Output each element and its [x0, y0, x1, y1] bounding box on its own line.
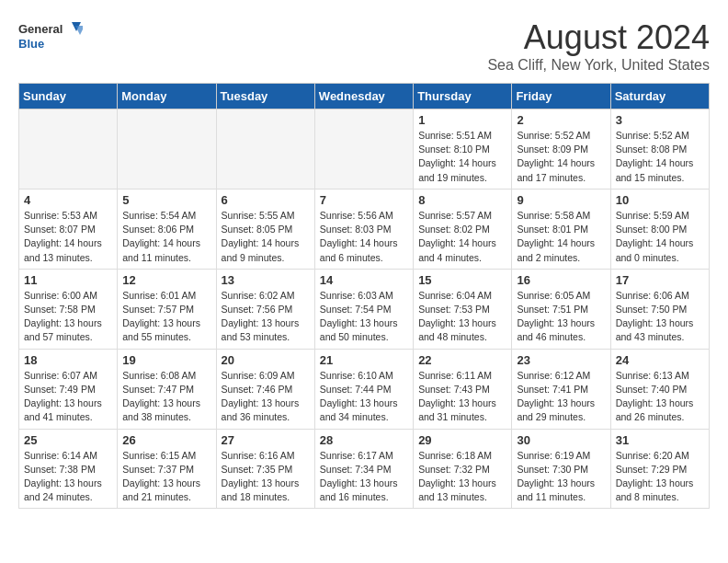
calendar-cell: 15Sunrise: 6:04 AMSunset: 7:53 PMDayligh… — [414, 269, 512, 349]
calendar-cell: 9Sunrise: 5:58 AMSunset: 8:01 PMDaylight… — [512, 189, 610, 269]
day-number: 21 — [320, 353, 408, 367]
svg-text:Blue: Blue — [18, 37, 44, 51]
week-row-2: 4Sunrise: 5:53 AMSunset: 8:07 PMDaylight… — [19, 189, 710, 269]
calendar-cell: 19Sunrise: 6:08 AMSunset: 7:47 PMDayligh… — [118, 349, 216, 429]
calendar-cell: 1Sunrise: 5:51 AMSunset: 8:10 PMDaylight… — [414, 109, 512, 190]
logo: General Blue — [18, 18, 83, 55]
day-number: 7 — [320, 193, 408, 207]
calendar-cell: 10Sunrise: 5:59 AMSunset: 8:00 PMDayligh… — [610, 189, 709, 269]
day-info: Sunrise: 5:59 AMSunset: 8:00 PMDaylight:… — [616, 209, 704, 265]
calendar-cell: 18Sunrise: 6:07 AMSunset: 7:49 PMDayligh… — [19, 349, 118, 429]
day-number: 20 — [222, 353, 310, 367]
calendar-cell: 28Sunrise: 6:17 AMSunset: 7:34 PMDayligh… — [314, 429, 413, 509]
day-number: 26 — [122, 433, 210, 447]
day-info: Sunrise: 6:06 AMSunset: 7:50 PMDaylight:… — [616, 289, 704, 345]
day-info: Sunrise: 5:52 AMSunset: 8:09 PMDaylight:… — [517, 129, 605, 185]
day-info: Sunrise: 6:18 AMSunset: 7:32 PMDaylight:… — [418, 449, 506, 505]
day-number: 31 — [616, 433, 704, 447]
day-number: 24 — [616, 353, 704, 367]
calendar-cell: 4Sunrise: 5:53 AMSunset: 8:07 PMDaylight… — [19, 189, 118, 269]
calendar-cell: 3Sunrise: 5:52 AMSunset: 8:08 PMDaylight… — [610, 109, 709, 190]
day-info: Sunrise: 6:01 AMSunset: 7:57 PMDaylight:… — [122, 289, 210, 345]
day-info: Sunrise: 6:10 AMSunset: 7:44 PMDaylight:… — [320, 369, 408, 425]
calendar-cell: 24Sunrise: 6:13 AMSunset: 7:40 PMDayligh… — [610, 349, 709, 429]
day-number: 12 — [122, 273, 210, 287]
calendar-cell: 13Sunrise: 6:02 AMSunset: 7:56 PMDayligh… — [216, 269, 314, 349]
day-number: 13 — [222, 273, 310, 287]
header-saturday: Saturday — [610, 84, 709, 109]
page-title: August 2024 — [487, 18, 710, 57]
calendar-table: SundayMondayTuesdayWednesdayThursdayFrid… — [18, 83, 710, 509]
header-monday: Monday — [118, 84, 216, 109]
day-number: 4 — [24, 193, 112, 207]
day-info: Sunrise: 6:12 AMSunset: 7:41 PMDaylight:… — [517, 369, 605, 425]
logo-svg: General Blue — [18, 18, 83, 55]
day-info: Sunrise: 5:53 AMSunset: 8:07 PMDaylight:… — [24, 209, 112, 265]
header-tuesday: Tuesday — [216, 84, 314, 109]
day-number: 22 — [418, 353, 506, 367]
day-number: 10 — [616, 193, 704, 207]
day-number: 27 — [222, 433, 310, 447]
day-number: 16 — [517, 273, 605, 287]
page-header: General Blue August 2024 Sea Cliff, New … — [18, 18, 710, 74]
day-info: Sunrise: 6:04 AMSunset: 7:53 PMDaylight:… — [418, 289, 506, 345]
calendar-cell: 31Sunrise: 6:20 AMSunset: 7:29 PMDayligh… — [610, 429, 709, 509]
day-number: 6 — [222, 193, 310, 207]
day-number: 14 — [320, 273, 408, 287]
calendar-cell: 23Sunrise: 6:12 AMSunset: 7:41 PMDayligh… — [512, 349, 610, 429]
day-info: Sunrise: 5:57 AMSunset: 8:02 PMDaylight:… — [418, 209, 506, 265]
day-info: Sunrise: 6:03 AMSunset: 7:54 PMDaylight:… — [320, 289, 408, 345]
calendar-cell — [19, 109, 118, 190]
calendar-cell: 8Sunrise: 5:57 AMSunset: 8:02 PMDaylight… — [414, 189, 512, 269]
day-info: Sunrise: 5:51 AMSunset: 8:10 PMDaylight:… — [418, 129, 506, 185]
day-number: 1 — [418, 113, 506, 127]
day-number: 30 — [517, 433, 605, 447]
header-thursday: Thursday — [414, 84, 512, 109]
day-info: Sunrise: 5:56 AMSunset: 8:03 PMDaylight:… — [320, 209, 408, 265]
day-info: Sunrise: 6:17 AMSunset: 7:34 PMDaylight:… — [320, 449, 408, 505]
calendar-cell: 5Sunrise: 5:54 AMSunset: 8:06 PMDaylight… — [118, 189, 216, 269]
week-row-3: 11Sunrise: 6:00 AMSunset: 7:58 PMDayligh… — [19, 269, 710, 349]
day-number: 19 — [122, 353, 210, 367]
day-number: 9 — [517, 193, 605, 207]
day-info: Sunrise: 6:14 AMSunset: 7:38 PMDaylight:… — [24, 449, 112, 505]
title-area: August 2024 Sea Cliff, New York, United … — [487, 18, 710, 74]
day-number: 23 — [517, 353, 605, 367]
day-info: Sunrise: 6:15 AMSunset: 7:37 PMDaylight:… — [122, 449, 210, 505]
calendar-cell: 22Sunrise: 6:11 AMSunset: 7:43 PMDayligh… — [414, 349, 512, 429]
page-subtitle: Sea Cliff, New York, United States — [487, 57, 710, 74]
day-info: Sunrise: 5:58 AMSunset: 8:01 PMDaylight:… — [517, 209, 605, 265]
day-info: Sunrise: 6:08 AMSunset: 7:47 PMDaylight:… — [122, 369, 210, 425]
calendar-cell: 17Sunrise: 6:06 AMSunset: 7:50 PMDayligh… — [610, 269, 709, 349]
day-number: 3 — [616, 113, 704, 127]
calendar-cell — [314, 109, 413, 190]
calendar-header-row: SundayMondayTuesdayWednesdayThursdayFrid… — [19, 84, 710, 109]
week-row-5: 25Sunrise: 6:14 AMSunset: 7:38 PMDayligh… — [19, 429, 710, 509]
calendar-cell: 30Sunrise: 6:19 AMSunset: 7:30 PMDayligh… — [512, 429, 610, 509]
calendar-cell: 6Sunrise: 5:55 AMSunset: 8:05 PMDaylight… — [216, 189, 314, 269]
calendar-cell: 21Sunrise: 6:10 AMSunset: 7:44 PMDayligh… — [314, 349, 413, 429]
day-number: 29 — [418, 433, 506, 447]
calendar-cell — [216, 109, 314, 190]
week-row-4: 18Sunrise: 6:07 AMSunset: 7:49 PMDayligh… — [19, 349, 710, 429]
calendar-cell: 2Sunrise: 5:52 AMSunset: 8:09 PMDaylight… — [512, 109, 610, 190]
svg-text:General: General — [18, 22, 63, 36]
calendar-cell: 16Sunrise: 6:05 AMSunset: 7:51 PMDayligh… — [512, 269, 610, 349]
header-friday: Friday — [512, 84, 610, 109]
day-info: Sunrise: 6:05 AMSunset: 7:51 PMDaylight:… — [517, 289, 605, 345]
header-wednesday: Wednesday — [314, 84, 413, 109]
day-info: Sunrise: 5:52 AMSunset: 8:08 PMDaylight:… — [616, 129, 704, 185]
day-info: Sunrise: 5:55 AMSunset: 8:05 PMDaylight:… — [222, 209, 310, 265]
header-sunday: Sunday — [19, 84, 118, 109]
day-number: 28 — [320, 433, 408, 447]
day-number: 2 — [517, 113, 605, 127]
day-info: Sunrise: 5:54 AMSunset: 8:06 PMDaylight:… — [122, 209, 210, 265]
day-number: 8 — [418, 193, 506, 207]
day-info: Sunrise: 6:02 AMSunset: 7:56 PMDaylight:… — [222, 289, 310, 345]
day-number: 17 — [616, 273, 704, 287]
week-row-1: 1Sunrise: 5:51 AMSunset: 8:10 PMDaylight… — [19, 109, 710, 190]
calendar-cell: 26Sunrise: 6:15 AMSunset: 7:37 PMDayligh… — [118, 429, 216, 509]
calendar-cell: 29Sunrise: 6:18 AMSunset: 7:32 PMDayligh… — [414, 429, 512, 509]
calendar-cell: 20Sunrise: 6:09 AMSunset: 7:46 PMDayligh… — [216, 349, 314, 429]
day-info: Sunrise: 6:00 AMSunset: 7:58 PMDaylight:… — [24, 289, 112, 345]
